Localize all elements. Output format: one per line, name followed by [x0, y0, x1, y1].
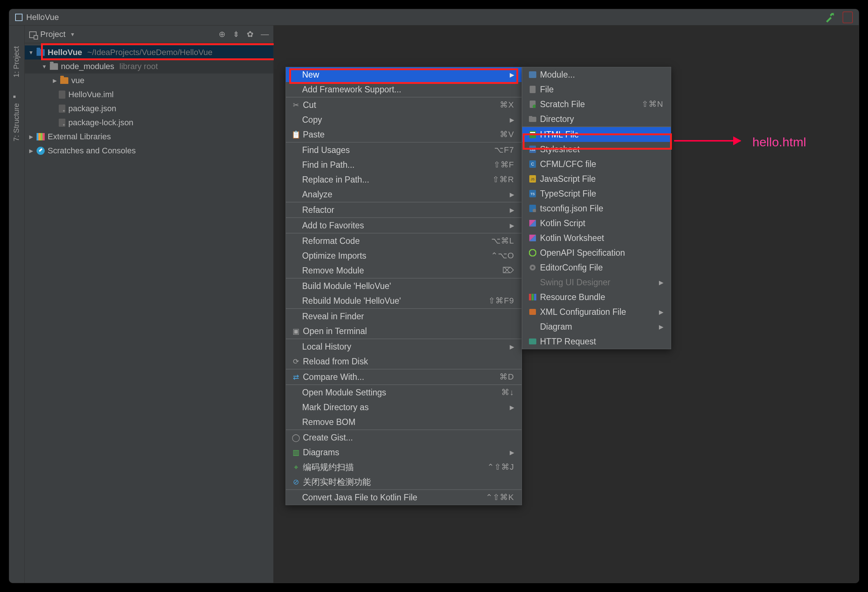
menu-paste[interactable]: 📋Paste⌘V: [286, 127, 521, 142]
project-dropdown[interactable]: Project: [40, 30, 65, 39]
stop-indicator-icon[interactable]: [843, 12, 853, 23]
tree-pkglock[interactable]: package-lock.json: [25, 115, 273, 130]
menu-replace-in-path[interactable]: Replace in Path...⇧⌘R: [286, 172, 521, 187]
gear-icon[interactable]: ✿: [247, 30, 253, 39]
openapi-icon: [527, 249, 538, 256]
menu-find-usages[interactable]: Find Usages⌥F7: [286, 143, 521, 157]
new-http-request[interactable]: HTTP Request: [522, 334, 671, 349]
menu-close-rt[interactable]: ⊘关闭实时检测功能: [286, 475, 521, 489]
project-tree[interactable]: ▼ HelloVue ~/IdeaProjects/VueDemo/HelloV…: [25, 43, 273, 160]
svg-rect-27: [534, 294, 536, 300]
project-tool-tab[interactable]: 1: Project: [12, 46, 21, 77]
tree-node-modules[interactable]: ▼ node_modules library root: [25, 59, 273, 74]
svg-rect-7: [530, 132, 535, 133]
module-icon: [527, 71, 538, 78]
new-openapi[interactable]: OpenAPI Specification: [522, 246, 671, 260]
submenu-icon: ▶: [510, 116, 514, 123]
new-js-file[interactable]: JSJavaScript File: [522, 172, 671, 186]
new-diagram[interactable]: Diagram▶: [522, 319, 671, 334]
menu-new[interactable]: New▶: [286, 67, 521, 82]
menu-open-terminal[interactable]: ▣Open in Terminal: [286, 324, 521, 339]
submenu-icon: ▶: [659, 323, 663, 330]
expander-icon[interactable]: ▶: [28, 148, 34, 154]
collapse-icon[interactable]: ⇟: [233, 30, 239, 39]
cut-icon: ✂: [291, 101, 301, 110]
menu-scan[interactable]: ⌖编码规约扫描⌃⇧⌘J: [286, 460, 521, 475]
new-ts-file[interactable]: TSTypeScript File: [522, 186, 671, 201]
tree-scratches[interactable]: ▶ Scratches and Consoles: [25, 144, 273, 158]
menu-find-in-path[interactable]: Find in Path...⇧⌘F: [286, 157, 521, 172]
new-module[interactable]: Module...: [522, 67, 671, 82]
menu-diagrams[interactable]: ▥Diagrams▶: [286, 445, 521, 460]
new-html-file[interactable]: HTML File: [522, 127, 671, 142]
tree-extlibs[interactable]: ▶ External Libraries: [25, 130, 273, 144]
new-directory[interactable]: Directory: [522, 112, 671, 126]
menu-mark-directory[interactable]: Mark Directory as▶: [286, 400, 521, 414]
menu-open-module-settings[interactable]: Open Module Settings⌘↓: [286, 385, 521, 400]
new-kotlin-script[interactable]: Kotlin Script: [522, 216, 671, 231]
menu-rebuild-module[interactable]: Rebuild Module 'HelloVue'⇧⌘F9: [286, 293, 521, 308]
npm-icon: [59, 105, 65, 113]
menu-optimize-imports[interactable]: Optimize Imports⌃⌥O: [286, 248, 521, 263]
menu-add-favorites[interactable]: Add to Favorites▶: [286, 218, 521, 233]
chevron-down-icon[interactable]: ▼: [70, 31, 75, 37]
menu-local-history[interactable]: Local History▶: [286, 339, 521, 354]
tree-label: HelloVue: [48, 48, 82, 57]
menu-analyze[interactable]: Analyze▶: [286, 187, 521, 202]
menu-compare[interactable]: ⇄Compare With...⌘D: [286, 370, 521, 384]
annotation-label: hello.html: [752, 135, 806, 149]
tree-vue[interactable]: ▶ vue: [25, 74, 273, 87]
target-icon[interactable]: ⊕: [218, 30, 225, 39]
menu-cut[interactable]: ✂Cut⌘X: [286, 98, 521, 112]
menu-add-framework[interactable]: Add Framework Support...: [286, 82, 521, 97]
tree-label: node_modules: [61, 62, 114, 71]
menu-build-module[interactable]: Build Module 'HelloVue': [286, 279, 521, 293]
menu-reveal[interactable]: Reveal in Finder: [286, 309, 521, 324]
hide-icon[interactable]: —: [261, 30, 269, 39]
svg-text:JS: JS: [531, 178, 535, 181]
submenu-icon: ▶: [659, 309, 663, 315]
new-resource-bundle[interactable]: Resource Bundle: [522, 290, 671, 305]
expander-icon[interactable]: ▼: [28, 49, 34, 55]
structure-tool-tab[interactable]: 7: Structure: [12, 103, 21, 141]
menu-reload-disk[interactable]: ⟳Reload from Disk: [286, 354, 521, 369]
menu-convert-kotlin[interactable]: Convert Java File to Kotlin File⌃⇧⌘K: [286, 490, 521, 505]
scratch-icon: [527, 101, 538, 108]
svg-rect-1: [530, 86, 536, 93]
tree-label: package-lock.json: [68, 118, 133, 127]
scratches-icon: [37, 147, 45, 155]
tree-iml[interactable]: HelloVue.iml: [25, 87, 273, 102]
menu-refactor[interactable]: Refactor▶: [286, 203, 521, 217]
diagram-icon: ▥: [291, 448, 301, 457]
expander-icon[interactable]: ▶: [28, 134, 34, 140]
new-swing[interactable]: Swing UI Designer▶: [522, 275, 671, 290]
submenu-icon: ▶: [659, 279, 663, 286]
tree-path: ~/IdeaProjects/VueDemo/HelloVue: [87, 48, 213, 57]
annotation-arrow: [674, 140, 741, 142]
new-editorconfig[interactable]: EditorConfig File: [522, 260, 671, 275]
menu-reformat[interactable]: Reformat Code⌥⌘L: [286, 234, 521, 248]
new-scratch[interactable]: Scratch File⇧⌘N: [522, 97, 671, 112]
tree-label: External Libraries: [48, 132, 111, 142]
svg-rect-4: [529, 117, 536, 122]
expander-icon[interactable]: ▼: [42, 64, 47, 70]
tree-root[interactable]: ▼ HelloVue ~/IdeaProjects/VueDemo/HelloV…: [25, 46, 273, 59]
menu-remove-module[interactable]: Remove Module⌦: [286, 263, 521, 278]
expander-icon[interactable]: ▶: [52, 78, 57, 83]
new-stylesheet[interactable]: cssStylesheet: [522, 142, 671, 157]
build-hammer-icon[interactable]: [825, 12, 835, 22]
svg-rect-25: [529, 294, 531, 300]
new-cfml[interactable]: CCFML/CFC file: [522, 157, 671, 172]
tree-pkgjson[interactable]: package.json: [25, 102, 273, 115]
new-tsconfig[interactable]: tsconfig.json File: [522, 201, 671, 216]
new-xml-config[interactable]: XML Configuration File▶: [522, 305, 671, 319]
menu-copy[interactable]: Copy▶: [286, 112, 521, 127]
folder-icon: [50, 63, 58, 70]
compare-icon: ⇄: [291, 373, 301, 381]
menu-remove-bom[interactable]: Remove BOM: [286, 414, 521, 429]
menu-create-gist[interactable]: ◯Create Gist...: [286, 430, 521, 445]
new-file[interactable]: File: [522, 82, 671, 97]
folder-icon: ▪: [13, 91, 16, 102]
new-kotlin-ws[interactable]: Kotlin Worksheet: [522, 231, 671, 246]
tree-label: package.json: [68, 104, 117, 114]
